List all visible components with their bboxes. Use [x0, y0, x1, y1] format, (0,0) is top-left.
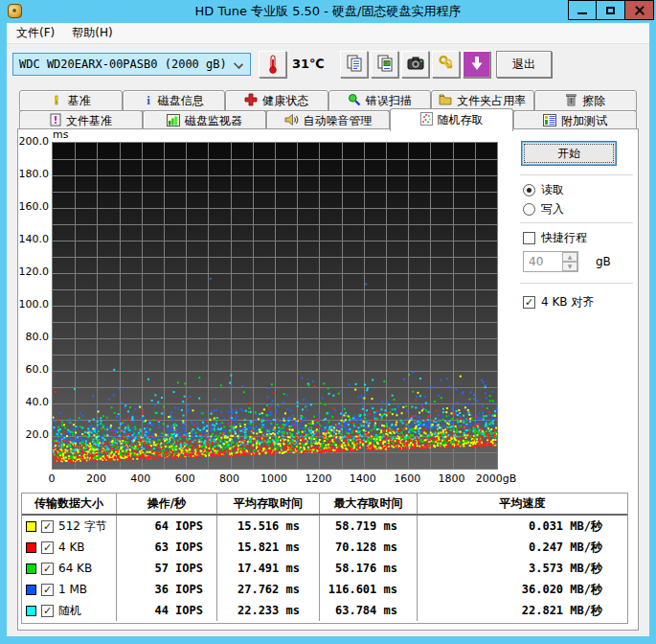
series-color-swatch: [26, 585, 36, 595]
file-benchmark-icon: !: [50, 113, 61, 129]
svg-text:!: !: [53, 114, 57, 126]
exit-button[interactable]: 退出: [496, 51, 552, 78]
series-checkbox[interactable]: ✓: [41, 563, 54, 575]
copy-text-icon: [345, 54, 364, 76]
spinner-down-button[interactable]: ▼: [562, 262, 577, 271]
y-tick-label: 140.0: [18, 233, 49, 245]
tab-随机存取[interactable]: 随机存取: [390, 108, 513, 131]
checkbox-unchecked-icon: [523, 232, 535, 244]
minimize-button[interactable]: [568, 0, 597, 20]
shortstroke-unit: gB: [596, 255, 611, 268]
tab-label: 基准: [68, 93, 91, 109]
y-tick-label: 60.0: [18, 363, 49, 376]
tab-健康状态[interactable]: 健康状态: [225, 90, 328, 111]
x-tick-label: 800: [208, 472, 252, 485]
access-time-scatter-chart: [52, 142, 498, 470]
tab-擦除[interactable]: 擦除: [534, 90, 638, 111]
folder-usage-icon: [439, 93, 452, 108]
avg-speed-value: 0.247 MB/秒: [417, 537, 627, 558]
table-row: ✓512 字节64 IOPS15.516 ms58.719 ms0.031 MB…: [22, 516, 627, 537]
menu-item-0[interactable]: 文件(F): [9, 23, 62, 43]
toolbar-buttons: [340, 51, 490, 78]
max-access-value: 58.719 ms: [319, 516, 417, 537]
window-title: HD Tune 专业版 5.50 - 硬盘/固态硬盘实用程序: [0, 3, 656, 20]
copy-text-button[interactable]: [340, 51, 368, 78]
series-label: 64 KB: [58, 562, 92, 575]
write-radio-label: 写入: [541, 201, 564, 218]
thermometer-icon: [264, 55, 282, 74]
table-row: ✓64 KB57 IOPS17.491 ms58.176 ms3.573 MB/…: [22, 558, 627, 579]
tab-label: 附加测试: [561, 113, 607, 129]
copy-image-button[interactable]: [371, 51, 398, 78]
ops-value: 64 IOPS: [116, 516, 216, 537]
table-row: ✓4 KB63 IOPS15.821 ms70.128 ms0.247 MB/秒: [22, 537, 627, 558]
column-header: 平均速度: [417, 494, 627, 514]
column-header: 传输数据大小: [22, 494, 116, 514]
avg-access-value: 15.821 ms: [216, 537, 319, 558]
temperature-button[interactable]: [259, 51, 286, 78]
tab-label: 擦除: [582, 93, 605, 109]
series-checkbox[interactable]: ✓: [41, 605, 54, 617]
disk-info-icon: i: [144, 93, 153, 109]
table-row: ✓随机44 IOPS22.233 ms63.784 ms22.821 MB/秒: [22, 600, 627, 621]
x-tick-label: 400: [119, 472, 163, 485]
disk-monitor-icon: [167, 114, 180, 129]
results-table-header: 传输数据大小操作/秒平均存取时间最大存取时间平均速度: [22, 494, 627, 516]
column-header: 最大存取时间: [319, 494, 417, 514]
x-tick-label: 1600: [385, 472, 429, 485]
series-color-swatch: [26, 542, 36, 553]
start-button[interactable]: 开始: [521, 141, 617, 166]
y-tick-label: 100.0: [18, 298, 49, 310]
menu-item-1[interactable]: 帮助(H): [64, 23, 120, 43]
align-checkbox[interactable]: ✓ 4 KB 对齐: [523, 294, 594, 310]
series-label: 512 字节: [58, 518, 107, 535]
series-label: 4 KB: [58, 540, 85, 554]
table-row: ✓1 MB36 IOPS27.762 ms116.601 ms36.020 MB…: [22, 579, 627, 600]
results-table-body: ✓512 字节64 IOPS15.516 ms58.719 ms0.031 MB…: [22, 516, 627, 621]
toolbar: WDC WD20EARX-00PASB0 (2000 gB) 31℃ 退出: [7, 44, 649, 86]
x-tick-label: 600: [163, 472, 207, 485]
svg-text:i: i: [147, 93, 150, 106]
maximize-icon: [606, 7, 615, 14]
drive-dropdown[interactable]: WDC WD20EARX-00PASB0 (2000 gB): [12, 53, 251, 76]
random-access-page: ms 20.040.060.080.0100.0120.0140.0160.01…: [17, 128, 639, 631]
write-radio[interactable]: 写入: [523, 201, 564, 218]
y-axis-unit: ms: [53, 128, 68, 141]
close-button[interactable]: [625, 0, 654, 20]
y-tick-label: 20.0: [18, 428, 49, 441]
series-checkbox[interactable]: ✓: [41, 541, 54, 554]
avg-speed-value: 3.573 MB/秒: [417, 558, 627, 579]
y-tick-label: 120.0: [18, 265, 49, 278]
separator: [520, 283, 633, 285]
screenshot-button[interactable]: [401, 51, 429, 78]
shortstroke-label: 快捷行程: [541, 230, 587, 246]
update-button[interactable]: [463, 51, 490, 78]
tab-基准[interactable]: !基准: [19, 90, 123, 111]
checkbox-checked-icon: ✓: [523, 296, 535, 309]
series-checkbox[interactable]: ✓: [41, 584, 54, 596]
tab-label: 健康状态: [262, 93, 308, 109]
ops-value: 44 IOPS: [116, 600, 216, 621]
ops-value: 36 IOPS: [116, 579, 216, 600]
read-radio[interactable]: 读取: [523, 182, 564, 198]
minimize-icon: [577, 12, 587, 14]
options-button[interactable]: [432, 51, 460, 78]
tab-label: 文件基准: [66, 113, 112, 129]
radio-unselected-icon: [523, 203, 535, 216]
series-color-swatch: [26, 564, 36, 574]
series-color-swatch: [26, 521, 36, 532]
shortstroke-checkbox[interactable]: 快捷行程: [523, 230, 587, 246]
max-access-value: 70.128 ms: [319, 537, 417, 558]
update-icon: [467, 54, 486, 76]
y-tick-label: 200.0: [18, 135, 49, 148]
series-checkbox[interactable]: ✓: [41, 520, 54, 533]
column-header: 操作/秒: [116, 494, 216, 514]
copy-image-icon: [375, 54, 395, 76]
screenshot-icon: [406, 54, 425, 76]
tab-磁盘信息[interactable]: i磁盘信息: [123, 90, 226, 111]
menu-bar: 文件(F)帮助(H): [7, 23, 649, 44]
spinner-up-button[interactable]: ▲: [562, 252, 577, 262]
maximize-button[interactable]: [597, 0, 625, 20]
y-tick-label: 160.0: [18, 200, 49, 213]
temperature-value: 31℃: [292, 57, 325, 71]
